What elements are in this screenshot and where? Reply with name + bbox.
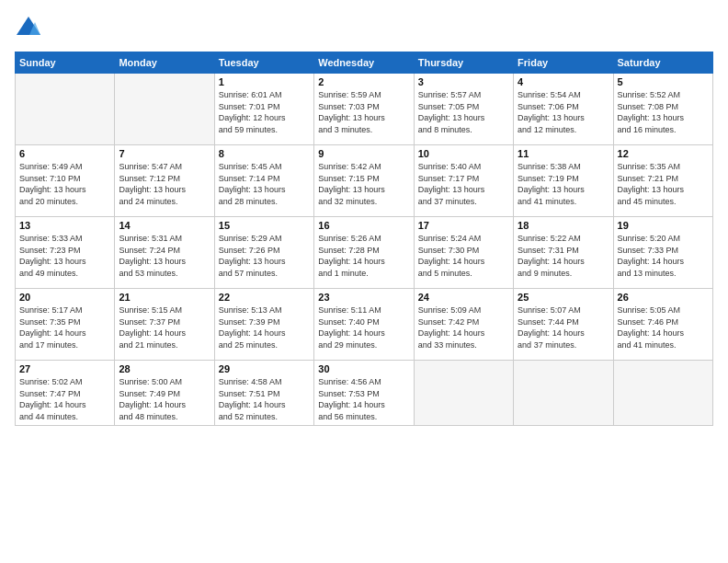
- calendar-cell: 2Sunrise: 5:59 AM Sunset: 7:03 PM Daylig…: [314, 74, 414, 145]
- weekday-header: Monday: [115, 52, 214, 74]
- page: SundayMondayTuesdayWednesdayThursdayFrid…: [0, 0, 728, 563]
- calendar: SundayMondayTuesdayWednesdayThursdayFrid…: [15, 52, 713, 426]
- day-number: 26: [618, 292, 709, 303]
- calendar-cell: 25Sunrise: 5:07 AM Sunset: 7:44 PM Dayli…: [514, 289, 613, 361]
- calendar-cell: 29Sunrise: 4:58 AM Sunset: 7:51 PM Dayli…: [214, 361, 313, 426]
- calendar-cell: 26Sunrise: 5:05 AM Sunset: 7:46 PM Dayli…: [613, 289, 712, 361]
- calendar-cell: 16Sunrise: 5:26 AM Sunset: 7:28 PM Dayli…: [314, 217, 414, 289]
- calendar-cell: [16, 74, 115, 145]
- day-number: 10: [418, 148, 509, 159]
- day-info: Sunrise: 5:09 AM Sunset: 7:42 PM Dayligh…: [418, 304, 509, 350]
- day-info: Sunrise: 5:24 AM Sunset: 7:30 PM Dayligh…: [418, 233, 509, 279]
- day-number: 21: [119, 292, 210, 303]
- day-info: Sunrise: 5:29 AM Sunset: 7:26 PM Dayligh…: [219, 233, 310, 279]
- calendar-cell: [514, 361, 613, 426]
- day-info: Sunrise: 5:42 AM Sunset: 7:15 PM Dayligh…: [318, 161, 409, 207]
- calendar-cell: 22Sunrise: 5:13 AM Sunset: 7:39 PM Dayli…: [214, 289, 313, 361]
- day-number: 5: [618, 76, 709, 87]
- day-number: 7: [119, 148, 210, 159]
- weekday-header: Saturday: [613, 52, 712, 74]
- calendar-cell: 10Sunrise: 5:40 AM Sunset: 7:17 PM Dayli…: [414, 145, 513, 217]
- day-info: Sunrise: 5:11 AM Sunset: 7:40 PM Dayligh…: [318, 304, 409, 350]
- day-number: 8: [219, 148, 310, 159]
- day-info: Sunrise: 5:31 AM Sunset: 7:24 PM Dayligh…: [119, 233, 210, 279]
- calendar-cell: 5Sunrise: 5:52 AM Sunset: 7:08 PM Daylig…: [613, 74, 712, 145]
- logo: [15, 15, 46, 42]
- calendar-cell: 20Sunrise: 5:17 AM Sunset: 7:35 PM Dayli…: [16, 289, 115, 361]
- day-info: Sunrise: 5:17 AM Sunset: 7:35 PM Dayligh…: [19, 304, 110, 350]
- calendar-week-row: 1Sunrise: 6:01 AM Sunset: 7:01 PM Daylig…: [16, 74, 713, 145]
- calendar-cell: 1Sunrise: 6:01 AM Sunset: 7:01 PM Daylig…: [214, 74, 313, 145]
- day-number: 18: [518, 220, 609, 231]
- calendar-cell: 8Sunrise: 5:45 AM Sunset: 7:14 PM Daylig…: [214, 145, 313, 217]
- day-info: Sunrise: 5:20 AM Sunset: 7:33 PM Dayligh…: [618, 233, 709, 279]
- calendar-cell: 18Sunrise: 5:22 AM Sunset: 7:31 PM Dayli…: [514, 217, 613, 289]
- day-info: Sunrise: 6:01 AM Sunset: 7:01 PM Dayligh…: [219, 89, 310, 135]
- calendar-header-row: SundayMondayTuesdayWednesdayThursdayFrid…: [16, 52, 713, 74]
- day-info: Sunrise: 5:07 AM Sunset: 7:44 PM Dayligh…: [518, 304, 609, 350]
- day-number: 25: [518, 292, 609, 303]
- day-info: Sunrise: 5:45 AM Sunset: 7:14 PM Dayligh…: [219, 161, 310, 207]
- weekday-header: Thursday: [414, 52, 513, 74]
- day-number: 14: [119, 220, 210, 231]
- calendar-cell: [115, 74, 214, 145]
- day-info: Sunrise: 5:33 AM Sunset: 7:23 PM Dayligh…: [19, 233, 110, 279]
- calendar-cell: [613, 361, 712, 426]
- day-number: 13: [19, 220, 110, 231]
- calendar-cell: 4Sunrise: 5:54 AM Sunset: 7:06 PM Daylig…: [514, 74, 613, 145]
- day-number: 6: [19, 148, 110, 159]
- day-number: 4: [518, 76, 609, 87]
- day-info: Sunrise: 5:35 AM Sunset: 7:21 PM Dayligh…: [618, 161, 709, 207]
- calendar-cell: 28Sunrise: 5:00 AM Sunset: 7:49 PM Dayli…: [115, 361, 214, 426]
- day-number: 17: [418, 220, 509, 231]
- calendar-week-row: 6Sunrise: 5:49 AM Sunset: 7:10 PM Daylig…: [16, 145, 713, 217]
- calendar-cell: 13Sunrise: 5:33 AM Sunset: 7:23 PM Dayli…: [16, 217, 115, 289]
- day-info: Sunrise: 5:52 AM Sunset: 7:08 PM Dayligh…: [618, 89, 709, 135]
- header: [15, 15, 713, 42]
- calendar-cell: 7Sunrise: 5:47 AM Sunset: 7:12 PM Daylig…: [115, 145, 214, 217]
- calendar-cell: 6Sunrise: 5:49 AM Sunset: 7:10 PM Daylig…: [16, 145, 115, 217]
- calendar-cell: 30Sunrise: 4:56 AM Sunset: 7:53 PM Dayli…: [314, 361, 414, 426]
- calendar-week-row: 13Sunrise: 5:33 AM Sunset: 7:23 PM Dayli…: [16, 217, 713, 289]
- day-number: 22: [219, 292, 310, 303]
- day-info: Sunrise: 5:00 AM Sunset: 7:49 PM Dayligh…: [119, 376, 210, 422]
- calendar-cell: 27Sunrise: 5:02 AM Sunset: 7:47 PM Dayli…: [16, 361, 115, 426]
- calendar-cell: 15Sunrise: 5:29 AM Sunset: 7:26 PM Dayli…: [214, 217, 313, 289]
- day-info: Sunrise: 5:15 AM Sunset: 7:37 PM Dayligh…: [119, 304, 210, 350]
- day-number: 23: [318, 292, 409, 303]
- weekday-header: Friday: [514, 52, 613, 74]
- calendar-cell: 17Sunrise: 5:24 AM Sunset: 7:30 PM Dayli…: [414, 217, 513, 289]
- calendar-cell: 24Sunrise: 5:09 AM Sunset: 7:42 PM Dayli…: [414, 289, 513, 361]
- calendar-cell: [414, 361, 513, 426]
- day-info: Sunrise: 4:56 AM Sunset: 7:53 PM Dayligh…: [318, 376, 409, 422]
- day-number: 16: [318, 220, 409, 231]
- calendar-cell: 19Sunrise: 5:20 AM Sunset: 7:33 PM Dayli…: [613, 217, 712, 289]
- day-info: Sunrise: 5:38 AM Sunset: 7:19 PM Dayligh…: [518, 161, 609, 207]
- day-number: 19: [618, 220, 709, 231]
- calendar-cell: 11Sunrise: 5:38 AM Sunset: 7:19 PM Dayli…: [514, 145, 613, 217]
- weekday-header: Tuesday: [214, 52, 313, 74]
- calendar-cell: 9Sunrise: 5:42 AM Sunset: 7:15 PM Daylig…: [314, 145, 414, 217]
- day-info: Sunrise: 5:40 AM Sunset: 7:17 PM Dayligh…: [418, 161, 509, 207]
- day-number: 1: [219, 76, 310, 87]
- day-number: 12: [618, 148, 709, 159]
- day-number: 15: [219, 220, 310, 231]
- day-number: 28: [119, 363, 210, 374]
- day-number: 2: [318, 76, 409, 87]
- calendar-cell: 14Sunrise: 5:31 AM Sunset: 7:24 PM Dayli…: [115, 217, 214, 289]
- day-number: 3: [418, 76, 509, 87]
- day-info: Sunrise: 5:49 AM Sunset: 7:10 PM Dayligh…: [19, 161, 110, 207]
- day-info: Sunrise: 5:02 AM Sunset: 7:47 PM Dayligh…: [19, 376, 110, 422]
- day-number: 30: [318, 363, 409, 374]
- logo-icon: [15, 15, 42, 42]
- day-info: Sunrise: 4:58 AM Sunset: 7:51 PM Dayligh…: [219, 376, 310, 422]
- calendar-cell: 23Sunrise: 5:11 AM Sunset: 7:40 PM Dayli…: [314, 289, 414, 361]
- day-number: 20: [19, 292, 110, 303]
- calendar-cell: 3Sunrise: 5:57 AM Sunset: 7:05 PM Daylig…: [414, 74, 513, 145]
- day-info: Sunrise: 5:57 AM Sunset: 7:05 PM Dayligh…: [418, 89, 509, 135]
- calendar-week-row: 20Sunrise: 5:17 AM Sunset: 7:35 PM Dayli…: [16, 289, 713, 361]
- day-info: Sunrise: 5:47 AM Sunset: 7:12 PM Dayligh…: [119, 161, 210, 207]
- day-info: Sunrise: 5:13 AM Sunset: 7:39 PM Dayligh…: [219, 304, 310, 350]
- calendar-cell: 21Sunrise: 5:15 AM Sunset: 7:37 PM Dayli…: [115, 289, 214, 361]
- day-number: 24: [418, 292, 509, 303]
